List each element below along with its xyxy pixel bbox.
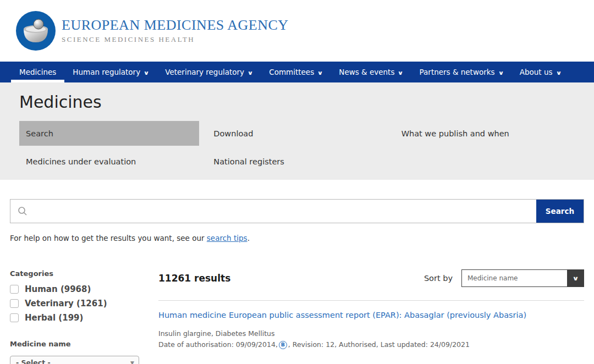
nav-item-label: News & events [339, 68, 394, 76]
filters-sidebar: Categories Human (9968) Veterinary (1261… [10, 269, 158, 364]
main-content: Search For help on how to get the result… [0, 199, 594, 364]
section-link-empty [395, 155, 575, 168]
chevron-down-icon: ∨ [556, 70, 562, 76]
medicines-section: Medicines Search Download What we publis… [0, 82, 594, 180]
section-link-national-registers[interactable]: National registers [207, 155, 387, 168]
search-help-text: For help on how to get the results you w… [10, 234, 584, 242]
results-count: 11261 results [158, 273, 230, 284]
biosimilar-badge-icon: B [279, 341, 287, 349]
page: EUROPEAN MEDICINES AGENCY SCIENCE MEDICI… [0, 0, 594, 364]
nav-item-veterinary-regulatory[interactable]: Veterinary regulatory ∨ [157, 62, 261, 82]
help-suffix: . [248, 234, 250, 242]
result-title-link[interactable]: Human medicine European public assessmen… [158, 311, 526, 319]
nav-item-label: Human regulatory [73, 68, 140, 76]
sort-select-value: Medicine name [462, 270, 567, 286]
ema-logo-icon [15, 10, 56, 51]
result-item: Human medicine European public assessmen… [158, 300, 584, 364]
medicine-name-select-value: - Select - [16, 359, 51, 364]
sort-by-label: Sort by [424, 274, 453, 283]
results-header: 11261 results Sort by Medicine name ∨ [158, 269, 584, 287]
category-veterinary[interactable]: Veterinary (1261) [10, 299, 158, 308]
ema-logo-text: EUROPEAN MEDICINES AGENCY SCIENCE MEDICI… [62, 18, 289, 44]
nav-item-label: About us [520, 68, 553, 76]
results-panel: 11261 results Sort by Medicine name ∨ Hu… [158, 269, 584, 364]
search-input[interactable] [35, 200, 536, 223]
chevron-down-icon: ∨ [144, 70, 150, 76]
category-human-checkbox[interactable] [10, 285, 19, 294]
categories-list: Human (9968) Veterinary (1261) Herbal (1… [10, 284, 158, 323]
sort-group: Sort by Medicine name ∨ [424, 269, 584, 287]
category-label: Veterinary (1261) [25, 299, 107, 308]
search-button[interactable]: Search [536, 200, 584, 223]
nav-item-label: Medicines [19, 68, 56, 76]
medicine-name-heading: Medicine name [10, 340, 158, 348]
category-label: Human (9968) [25, 284, 91, 294]
category-veterinary-checkbox[interactable] [10, 299, 19, 308]
nav-item-news-events[interactable]: News & events ∨ [331, 62, 411, 82]
section-link-search[interactable]: Search [19, 121, 199, 146]
result-authorisation-line: Date of authorisation: 09/09/2014, B , R… [158, 340, 584, 350]
sort-caret-box: ∨ [567, 270, 584, 286]
medicine-name-select[interactable]: - Select - ▼ [10, 356, 139, 364]
result-meta: Insulin glargine, Diabetes Mellitus Date… [158, 329, 584, 350]
help-prefix: For help on how to get the results you w… [10, 234, 207, 242]
main-nav: Medicines Human regulatory ∨ Veterinary … [0, 62, 594, 82]
category-label: Herbal (199) [25, 313, 83, 323]
search-icon [10, 200, 35, 223]
ema-logo-title: EUROPEAN MEDICINES AGENCY [62, 18, 289, 32]
nav-item-partners-networks[interactable]: Partners & networks ∨ [411, 62, 512, 82]
chevron-down-icon: ∨ [317, 70, 323, 76]
chevron-down-icon: ∨ [398, 70, 404, 76]
nav-item-label: Veterinary regulatory [165, 68, 244, 76]
section-link-medicines-under-evaluation[interactable]: Medicines under evaluation [19, 155, 199, 168]
search-tips-link[interactable]: search tips [207, 234, 248, 242]
nav-item-label: Partners & networks [420, 68, 495, 76]
revision-status: , Revision: 12, Authorised, Last updated… [288, 340, 470, 350]
category-herbal-checkbox[interactable] [10, 313, 19, 322]
ema-logo[interactable]: EUROPEAN MEDICINES AGENCY SCIENCE MEDICI… [15, 10, 289, 51]
authorisation-date: Date of authorisation: 09/09/2014, [158, 340, 278, 350]
chevron-down-icon: ∨ [248, 70, 254, 76]
chevron-down-icon: ∨ [572, 275, 579, 282]
nav-item-about-us[interactable]: About us ∨ [512, 62, 569, 82]
nav-item-medicines[interactable]: Medicines [11, 62, 64, 82]
section-link-download[interactable]: Download [207, 121, 387, 146]
select-caret-icon: ▼ [130, 360, 134, 364]
result-substance-condition: Insulin glargine, Diabetes Mellitus [158, 329, 584, 339]
page-title: Medicines [19, 92, 575, 112]
chevron-down-icon: ∨ [498, 70, 504, 76]
site-header: EUROPEAN MEDICINES AGENCY SCIENCE MEDICI… [0, 0, 594, 62]
category-herbal[interactable]: Herbal (199) [10, 313, 158, 323]
categories-heading: Categories [10, 269, 158, 278]
nav-item-label: Committees [269, 68, 314, 76]
nav-item-human-regulatory[interactable]: Human regulatory ∨ [64, 62, 157, 82]
section-links: Search Download What we publish and when… [19, 121, 575, 168]
section-link-what-we-publish[interactable]: What we publish and when [395, 121, 575, 146]
search-bar: Search [10, 199, 584, 223]
category-human[interactable]: Human (9968) [10, 284, 158, 294]
nav-item-committees[interactable]: Committees ∨ [261, 62, 331, 82]
sort-select[interactable]: Medicine name ∨ [461, 269, 584, 287]
ema-logo-subtitle: SCIENCE MEDICINES HEALTH [62, 35, 289, 44]
